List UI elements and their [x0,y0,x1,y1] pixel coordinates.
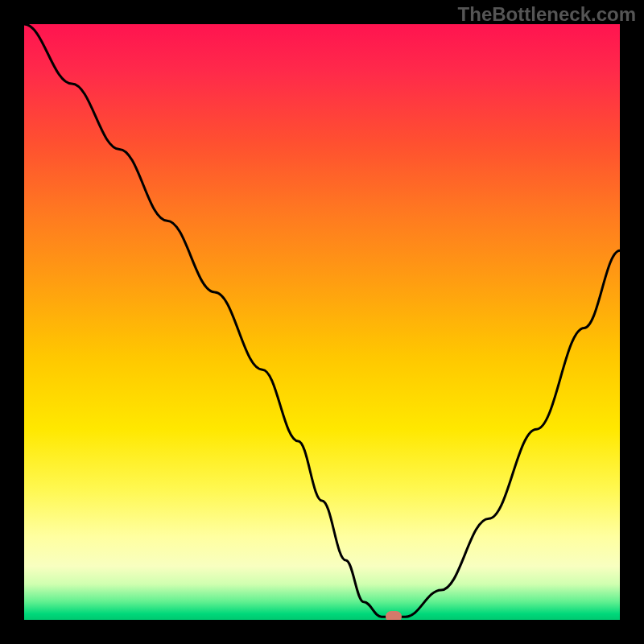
chart-curve [24,24,620,620]
watermark-text: TheBottleneck.com [458,3,636,26]
optimal-point-marker [386,611,402,620]
plot-area [24,24,620,620]
